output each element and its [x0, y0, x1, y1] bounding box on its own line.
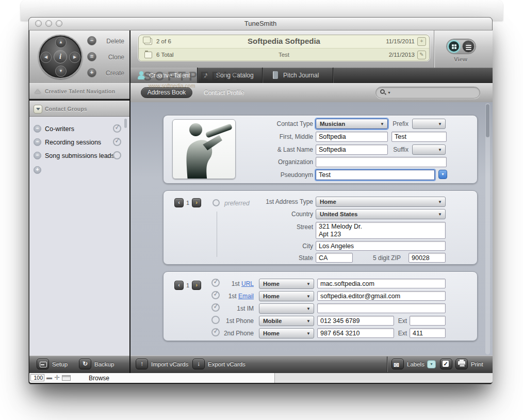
remove-group-icon[interactable]: –	[34, 138, 41, 146]
phone2-ext-label: Ext	[397, 330, 407, 337]
state-field[interactable]	[316, 253, 353, 263]
next-address-button[interactable]: ›	[192, 198, 201, 207]
chevron-down-icon[interactable]: ▼	[55, 66, 67, 77]
zip-field[interactable]	[408, 253, 446, 263]
organization-field[interactable]	[316, 157, 447, 167]
sidebar-groups-header[interactable]: Contact Groups	[29, 101, 129, 117]
labels-dropdown-icon[interactable]: ▼	[427, 360, 436, 368]
url-field[interactable]	[317, 279, 446, 288]
search-input[interactable]: ▼	[375, 87, 480, 99]
edit-record-icon[interactable]: ✎	[417, 51, 426, 59]
add-record-icon[interactable]: +	[417, 37, 426, 46]
tab-pitch-journal[interactable]: Pitch Journal	[265, 68, 333, 83]
group-selected-icon[interactable]	[113, 124, 121, 133]
chevron-down-icon: ▼	[306, 331, 310, 336]
im-type-dropdown[interactable]: ▼	[259, 303, 314, 314]
list-item[interactable]: – Recording sessions	[29, 137, 129, 149]
email-type-value: Home	[263, 293, 280, 299]
bottom-bar-divider	[387, 357, 387, 372]
sidebar-nav-header[interactable]: Creative Talent Navigation	[29, 83, 129, 99]
print-options-button[interactable]: ✓	[440, 359, 452, 369]
phone1-ext-field[interactable]	[410, 316, 446, 326]
main-scroll-thumb[interactable]	[486, 104, 489, 137]
address-type-dropdown[interactable]: Home ▼	[316, 197, 446, 207]
street-field[interactable]: 321 Melody Dr. Apt 123	[316, 222, 446, 239]
list-item[interactable]: – Song submissions leads	[29, 151, 129, 162]
prev-method-button[interactable]: ‹	[174, 281, 184, 290]
zoom-in-icon[interactable]: ✛	[54, 374, 60, 381]
prev-address-button[interactable]: ‹	[174, 198, 184, 207]
setup-icon	[40, 362, 47, 367]
pseudonym-dropdown-icon[interactable]: ▼	[438, 170, 447, 179]
zoom-level-field[interactable]: 100	[30, 374, 44, 381]
city-field[interactable]	[316, 241, 446, 251]
phone2-ext-field[interactable]	[410, 328, 446, 338]
layout-toggle-icon[interactable]	[62, 375, 71, 381]
journal-icon	[271, 71, 280, 80]
labels-button[interactable]: ✉	[391, 359, 404, 369]
mode-selector[interactable]: Browse	[89, 375, 109, 382]
record-subtitle: Test	[201, 52, 367, 58]
url-label: 1st URL	[215, 280, 254, 287]
info-icon[interactable]: i	[54, 50, 67, 63]
main-scroll-track[interactable]	[485, 103, 490, 354]
url-type-dropdown[interactable]: Home ▼	[259, 279, 314, 289]
address-divider	[217, 212, 217, 257]
record-row-current: 2 of 6 Softpedia Softpedia 11/15/2011 +	[139, 35, 429, 48]
header-divider	[434, 30, 434, 68]
group-selected-icon[interactable]	[113, 151, 121, 159]
email-link[interactable]: Email	[238, 293, 254, 300]
screenshot-stage: TuneSmith SOFTPEDIA www.softpedia.com ▲ …	[0, 0, 523, 420]
chevron-right-icon[interactable]: ▶	[69, 52, 80, 63]
phone1-type-dropdown[interactable]: Mobile ▼	[259, 316, 314, 326]
email-type-dropdown[interactable]: Home ▼	[259, 291, 314, 301]
record-position: 2 of 6	[156, 38, 171, 44]
add-group-icon[interactable]: +	[34, 166, 41, 174]
phone2-type-dropdown[interactable]: Home ▼	[259, 328, 314, 338]
preferred-radio[interactable]	[213, 199, 220, 206]
suffix-dropdown[interactable]: ▼	[412, 144, 446, 155]
prefix-dropdown[interactable]: ▼	[412, 119, 446, 129]
search-scope-chevron-icon[interactable]: ▼	[387, 91, 391, 94]
zoom-out-icon[interactable]: ▬	[46, 374, 52, 380]
zip-label: 5 digit ZIP	[365, 254, 401, 262]
remove-group-icon[interactable]: –	[34, 125, 41, 133]
middle-name-field[interactable]	[391, 132, 447, 142]
grid-view-icon[interactable]	[448, 40, 460, 53]
list-view-icon[interactable]	[462, 40, 475, 53]
pseudonym-label: Pseudonym	[251, 171, 313, 179]
subtab-address-book[interactable]: Address Book	[141, 87, 192, 98]
remove-group-icon[interactable]: –	[34, 152, 41, 159]
country-dropdown[interactable]: United States ▼	[316, 209, 446, 219]
url-type-value: Home	[263, 281, 280, 287]
pseudonym-field[interactable]	[316, 170, 435, 180]
url-link[interactable]: URL	[241, 280, 254, 287]
print-button[interactable]	[455, 359, 468, 369]
next-method-button[interactable]: ›	[192, 281, 201, 290]
chevron-left-icon[interactable]: ◀	[40, 52, 52, 63]
phone2-type-value: Home	[263, 330, 280, 336]
email-field[interactable]	[317, 291, 446, 301]
chevron-up-icon[interactable]: ▲	[55, 37, 67, 48]
chevron-down-icon: ▼	[438, 212, 442, 217]
contact-type-label: Contact Type	[251, 120, 313, 127]
setup-button[interactable]	[37, 359, 49, 369]
sidebar-scrollbar[interactable]	[124, 119, 127, 128]
group-selected-icon[interactable]	[113, 138, 121, 146]
contact-photo[interactable]	[172, 119, 236, 179]
export-vcards-button[interactable]: ↓	[192, 359, 205, 369]
phone1-field[interactable]	[317, 316, 394, 326]
status-bar: 100 ▬ ✛ Browse	[29, 373, 493, 383]
backup-button[interactable]: ↻	[79, 359, 91, 369]
disclosure-icon[interactable]	[34, 105, 42, 114]
first-name-field[interactable]	[316, 132, 388, 142]
import-vcards-button[interactable]: ↑	[136, 359, 148, 369]
group-label: Co-writers	[45, 125, 74, 133]
app-window: TuneSmith SOFTPEDIA www.softpedia.com ▲ …	[28, 17, 493, 384]
phone2-field[interactable]	[317, 328, 394, 338]
im-field[interactable]	[317, 303, 446, 313]
subtab-contact-profile[interactable]: Contact Profile	[204, 89, 244, 96]
sidebar-nav-header-label: Creative Talent Navigation	[45, 88, 115, 94]
state-label: State	[246, 254, 313, 262]
list-item[interactable]: – Co-writers	[29, 124, 129, 135]
